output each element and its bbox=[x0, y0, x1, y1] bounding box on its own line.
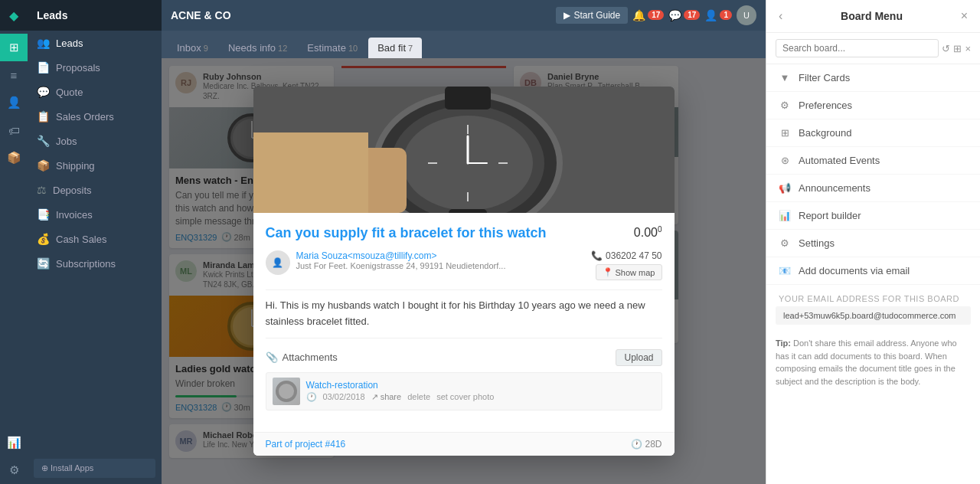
contact-phone: 📞 036202 47 50 bbox=[591, 250, 662, 261]
attachment-thumb bbox=[273, 378, 300, 405]
menu-automated-events[interactable]: ⊛ Automated Events bbox=[766, 147, 980, 175]
modal-overlay[interactable]: Can you supply fit a bracelet for this w… bbox=[162, 58, 766, 484]
board-search-input[interactable] bbox=[776, 39, 939, 57]
sidebar-label-invoices: Invoices bbox=[56, 209, 93, 221]
user-avatar[interactable]: U bbox=[737, 5, 756, 25]
project-link[interactable]: Part of project #416 bbox=[266, 439, 346, 450]
sidebar-item-shipping[interactable]: 📦 Shipping bbox=[28, 153, 162, 178]
menu-background[interactable]: ⊞ Background bbox=[766, 119, 980, 147]
tab-needs-info[interactable]: Needs info12 bbox=[219, 38, 296, 58]
modal-body: Can you supply fit a bracelet for this w… bbox=[253, 213, 675, 432]
nav-icon-settings[interactable]: ⚙ bbox=[0, 456, 28, 484]
shipping-icon: 📦 bbox=[37, 159, 50, 172]
quote-icon: 💬 bbox=[37, 86, 50, 98]
amount-currency: 0 bbox=[658, 225, 662, 234]
sidebar-item-cash-sales[interactable]: 💰 Cash Sales bbox=[28, 227, 162, 251]
search-filter-icon[interactable]: ⊞ bbox=[953, 43, 962, 54]
sidebar-header: Leads bbox=[28, 0, 162, 31]
nav-icon-grid[interactable]: ⊞ bbox=[0, 34, 28, 61]
notification-chat[interactable]: 💬 17 bbox=[668, 9, 700, 21]
search-close-icon[interactable]: × bbox=[965, 43, 971, 54]
notification-user[interactable]: 👤 1 bbox=[704, 9, 732, 21]
board-menu-title: Board Menu bbox=[782, 10, 960, 22]
main-content: ACNE & CO ▶ Start Guide 🔔 17 💬 17 👤 1 bbox=[162, 0, 766, 484]
sales-orders-icon: 📋 bbox=[37, 110, 50, 123]
contact-email[interactable]: Maria Souza<msouza@tillify.com> bbox=[296, 250, 586, 261]
sidebar-label-sales-orders: Sales Orders bbox=[56, 111, 114, 123]
tip-text: Tip: Don't share this email address. Any… bbox=[766, 331, 980, 394]
notification-bell[interactable]: 🔔 17 bbox=[632, 9, 664, 21]
modal-title: Can you supply fit a bracelet for this w… bbox=[266, 225, 634, 241]
settings-icon: ⚙ bbox=[779, 237, 791, 249]
time-badge: 🕐 28D bbox=[631, 439, 662, 450]
subscriptions-icon: 🔄 bbox=[37, 257, 50, 270]
invoices-icon: 📑 bbox=[37, 208, 50, 221]
chat-icon: 💬 bbox=[668, 9, 681, 21]
clock-icon-modal: 🕐 bbox=[631, 439, 642, 450]
sidebar-item-quote[interactable]: 💬 Quote bbox=[28, 80, 162, 104]
nav-icon-chart[interactable]: 📊 bbox=[0, 429, 28, 456]
board-menu-search-bar: ↺ ⊞ × bbox=[766, 33, 980, 64]
sidebar-item-invoices[interactable]: 📑 Invoices bbox=[28, 202, 162, 227]
tab-bad-fit[interactable]: Bad fit7 bbox=[368, 38, 422, 58]
menu-filter-cards[interactable]: ▼ Filter Cards bbox=[766, 64, 980, 92]
background-icon: ⊞ bbox=[779, 127, 791, 139]
contact-address: Just For Feet. Koenigstrasse 24, 99191 N… bbox=[296, 261, 586, 270]
nav-icon-person[interactable]: 👤 bbox=[0, 89, 28, 116]
set-cover-link[interactable]: set cover photo bbox=[436, 392, 494, 402]
install-apps-button[interactable]: ⊕ Install Apps bbox=[34, 459, 155, 478]
modal-message: Hi. This is my husbands watch I bought i… bbox=[266, 289, 662, 338]
sidebar-item-leads[interactable]: 👥 Leads bbox=[28, 31, 162, 55]
logo-area: ◆ bbox=[0, 0, 28, 31]
svg-rect-23 bbox=[445, 87, 491, 110]
upload-button[interactable]: Upload bbox=[616, 349, 662, 366]
tip-content: Don't share this email address. Anyone w… bbox=[776, 338, 957, 386]
sidebar-label-deposits: Deposits bbox=[53, 185, 92, 196]
map-pin-icon: 📍 bbox=[603, 267, 613, 277]
tab-estimate[interactable]: Estimate10 bbox=[298, 38, 367, 58]
menu-preferences[interactable]: ⚙ Preferences bbox=[766, 92, 980, 119]
menu-report-builder[interactable]: 📊 Report builder bbox=[766, 202, 980, 230]
sidebar-item-subscriptions[interactable]: 🔄 Subscriptions bbox=[28, 251, 162, 276]
attachment-item: Watch-restoration 🕐 03/02/2018 ↗ share bbox=[266, 372, 662, 410]
paperclip-icon: 📎 bbox=[266, 352, 278, 363]
sidebar-item-sales-orders[interactable]: 📋 Sales Orders bbox=[28, 104, 162, 129]
share-link[interactable]: ↗ share bbox=[371, 392, 402, 402]
sidebar-label-cash-sales: Cash Sales bbox=[56, 234, 106, 245]
menu-settings[interactable]: ⚙ Settings bbox=[766, 230, 980, 257]
proposals-icon: 📄 bbox=[37, 61, 50, 74]
modal-contact-row: 👤 Maria Souza<msouza@tillify.com> Just F… bbox=[266, 250, 662, 280]
start-guide-button[interactable]: ▶ Start Guide bbox=[556, 7, 628, 24]
user-notif-icon: 👤 bbox=[704, 9, 717, 21]
sidebar-item-proposals[interactable]: 📄 Proposals bbox=[28, 55, 162, 80]
board-menu-header: ‹ Board Menu × bbox=[766, 0, 980, 33]
modal-amount: 0.000 bbox=[634, 225, 662, 240]
board-menu-close-button[interactable]: × bbox=[961, 9, 968, 23]
tab-inbox[interactable]: Inbox9 bbox=[168, 38, 217, 58]
sidebar-label-proposals: Proposals bbox=[56, 62, 100, 74]
tip-label: Tip: bbox=[776, 338, 791, 348]
delete-link[interactable]: delete bbox=[407, 392, 430, 402]
nav-icon-box[interactable]: 📦 bbox=[0, 144, 28, 172]
svg-rect-24 bbox=[449, 209, 487, 213]
sidebar-title: Leads bbox=[37, 9, 67, 21]
menu-announcements[interactable]: 📢 Announcements bbox=[766, 175, 980, 202]
search-refresh-icon[interactable]: ↺ bbox=[942, 43, 950, 54]
bell-icon: 🔔 bbox=[632, 9, 645, 21]
nav-icon-tag[interactable]: 🏷 bbox=[0, 116, 28, 144]
email-address-box[interactable]: lead+53muw6k5p.board@tudocommerce.com bbox=[776, 306, 971, 325]
menu-add-documents[interactable]: 📧 Add documents via email bbox=[766, 257, 980, 285]
modal-title-row: Can you supply fit a bracelet for this w… bbox=[266, 225, 662, 241]
contact-right: 📞 036202 47 50 📍 Show map bbox=[591, 250, 662, 280]
contact-info: Maria Souza<msouza@tillify.com> Just For… bbox=[296, 250, 586, 270]
attachment-meta: 🕐 03/02/2018 ↗ share delete set cover ph… bbox=[306, 392, 655, 402]
sidebar-item-deposits[interactable]: ⚖ Deposits bbox=[28, 178, 162, 202]
attachment-name[interactable]: Watch-restoration bbox=[306, 380, 655, 391]
sidebar-item-jobs[interactable]: 🔧 Jobs bbox=[28, 129, 162, 153]
board-tabs: Inbox9 Needs info12 Estimate10 Bad fit7 bbox=[162, 31, 766, 58]
show-map-button[interactable]: 📍 Show map bbox=[596, 264, 662, 280]
svg-point-28 bbox=[279, 384, 294, 399]
topbar: ACNE & CO ▶ Start Guide 🔔 17 💬 17 👤 1 bbox=[162, 0, 766, 31]
automated-events-icon: ⊛ bbox=[779, 155, 791, 166]
nav-icon-list[interactable]: ≡ bbox=[0, 61, 28, 89]
